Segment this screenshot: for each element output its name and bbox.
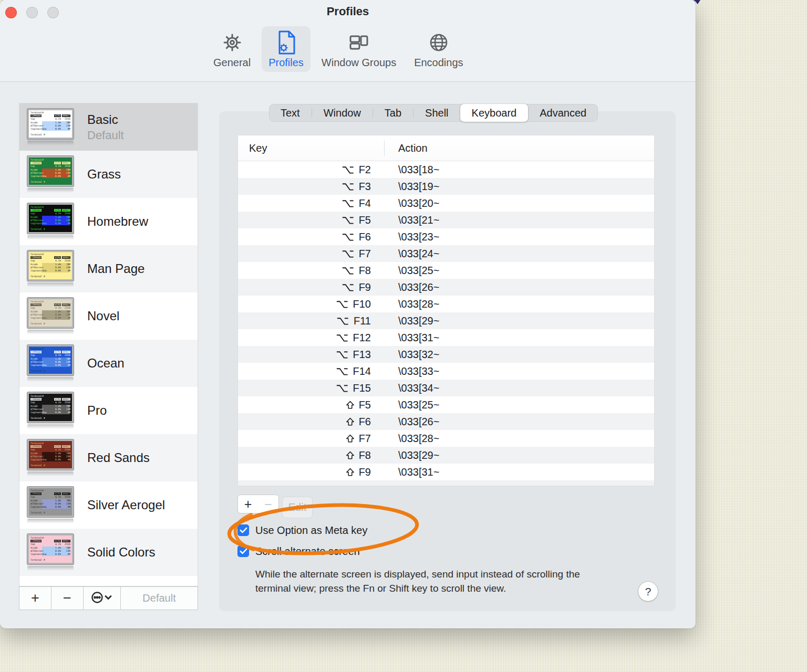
- profile-item-silver-aerogel[interactable]: Terminal#COMMAND%CPURPRVTtop4.1%231KXcod…: [19, 481, 198, 529]
- toolbar-item-general[interactable]: General: [206, 26, 257, 72]
- thumbnail-reflection: [27, 519, 74, 523]
- action-cell: \033[19~: [385, 181, 439, 193]
- keybinding-row[interactable]: F6\033[23~: [238, 228, 654, 245]
- keybinding-row[interactable]: F2\033[18~: [238, 161, 654, 178]
- keybinding-row[interactable]: F7\033[24~: [238, 245, 654, 262]
- action-cell: \033[29~: [385, 315, 439, 327]
- profile-thumbnail: Terminal#COMMAND%CPURPRVTtop4.1%231KXcod…: [27, 345, 74, 382]
- profile-text: Solid Colors: [87, 545, 155, 560]
- key-label: F5: [359, 399, 371, 411]
- profile-thumbnail: Terminal#COMMAND%CPURPRVTtop4.1%231KXcod…: [27, 534, 74, 571]
- key-cell: F2: [238, 164, 385, 176]
- thumbnail-reflection: [27, 424, 74, 429]
- tab-window[interactable]: Window: [312, 104, 373, 122]
- keybinding-row[interactable]: F14\033[33~: [238, 363, 654, 380]
- thumbnail-reflection: [27, 471, 74, 476]
- shift-icon: [346, 401, 355, 410]
- profile-name: Silver Aerogel: [87, 498, 165, 512]
- key-label: F11: [354, 315, 371, 327]
- profile-name: Homebrew: [87, 214, 148, 229]
- profile-item-novel[interactable]: Terminal#COMMAND%CPURPRVTtop4.1%231KXcod…: [19, 292, 198, 340]
- profile-item-solid-colors[interactable]: Terminal#COMMAND%CPURPRVTtop4.1%231KXcod…: [19, 529, 198, 576]
- keybinding-row[interactable]: F8\033[29~: [238, 447, 654, 464]
- key-label: F8: [359, 265, 371, 277]
- profile-name: Novel: [87, 309, 119, 323]
- table-header: Key Action: [238, 135, 654, 161]
- option-icon: [336, 333, 349, 342]
- window-groups-icon: [347, 30, 371, 55]
- key-cell: F9: [238, 466, 385, 478]
- option-icon: [336, 350, 349, 359]
- option-icon: [342, 182, 355, 191]
- keybinding-row[interactable]: F11\033[29~: [238, 312, 654, 329]
- toolbar: Profiles General: [0, 0, 696, 82]
- option-icon: [342, 165, 355, 174]
- keybinding-row[interactable]: F13\033[32~: [238, 346, 654, 363]
- thumbnail-reflection: [27, 330, 74, 334]
- key-cell: F5: [238, 399, 385, 411]
- action-cell: \033[26~: [385, 416, 439, 428]
- profile-item-grass[interactable]: Terminal#COMMAND%CPURPRVTtop4.1%231KXcod…: [19, 151, 198, 198]
- key-cell: F15: [238, 382, 385, 394]
- profile-item-ocean[interactable]: Terminal#COMMAND%CPURPRVTtop4.1%231KXcod…: [19, 340, 198, 387]
- thumbnail-reflection: [27, 188, 74, 193]
- key-label: F6: [359, 416, 371, 428]
- profile-thumbnail: Terminal#COMMAND%CPURPRVTtop4.1%231KXcod…: [27, 298, 74, 334]
- toolbar-item-profiles[interactable]: Profiles: [262, 26, 311, 72]
- key-cell: F8: [238, 265, 385, 277]
- key-label: F9: [359, 281, 371, 293]
- keybinding-row[interactable]: F6\033[26~: [238, 413, 654, 430]
- key-cell: F11: [238, 315, 385, 327]
- keybinding-row[interactable]: F10\033[28~: [238, 296, 654, 312]
- edit-binding-button[interactable]: Edit: [282, 497, 313, 518]
- profile-item-pro[interactable]: Terminal#COMMAND%CPURPRVTtop4.1%231KXcod…: [19, 387, 198, 434]
- tab-tab[interactable]: Tab: [373, 104, 413, 122]
- remove-binding-button[interactable]: −: [258, 495, 279, 513]
- tab-keyboard[interactable]: Keyboard: [460, 104, 529, 122]
- action-cell: \033[28~: [385, 433, 439, 445]
- keybinding-row[interactable]: F8\033[25~: [238, 262, 654, 279]
- keybinding-row[interactable]: F7\033[28~: [238, 430, 654, 447]
- keybinding-row[interactable]: F5\033[25~: [238, 396, 654, 413]
- more-options-button[interactable]: [84, 587, 121, 610]
- keybinding-row[interactable]: F12\033[31~: [238, 329, 654, 346]
- action-cell: \033[23~: [385, 231, 439, 243]
- default-button[interactable]: Default: [121, 587, 198, 610]
- action-cell: \033[18~: [385, 164, 439, 176]
- scroll-alternate-screen-checkbox[interactable]: Scroll alternate screen: [237, 544, 360, 558]
- profile-item-basic[interactable]: Terminal#COMMAND%CPURPRVTtop4.1%231KXcod…: [19, 103, 198, 151]
- profile-item-homebrew[interactable]: Terminal#COMMAND%CPURPRVTtop4.1%231KXcod…: [19, 198, 198, 245]
- toolbar-item-encodings[interactable]: Encodings: [407, 26, 470, 72]
- profile-text: Ocean: [87, 356, 125, 371]
- key-label: F8: [359, 449, 371, 461]
- remove-profile-button[interactable]: −: [51, 587, 84, 610]
- checkbox-label: Use Option as Meta key: [255, 524, 367, 537]
- keybinding-row[interactable]: F4\033[20~: [238, 195, 654, 212]
- key-label: F5: [359, 214, 371, 226]
- help-button[interactable]: ?: [638, 582, 658, 601]
- add-binding-button[interactable]: +: [237, 495, 258, 513]
- key-label: F12: [353, 332, 371, 344]
- keybinding-row[interactable]: F15\033[34~: [238, 380, 654, 396]
- keybinding-row[interactable]: F5\033[21~: [238, 212, 654, 228]
- add-profile-button[interactable]: +: [19, 587, 51, 610]
- profile-item-red-sands[interactable]: Terminal#COMMAND%CPURPRVTtop4.1%231KXcod…: [19, 434, 198, 481]
- key-label: F2: [359, 164, 371, 176]
- action-cell: \033[34~: [385, 382, 439, 394]
- profiles-list: Terminal#COMMAND%CPURPRVTtop4.1%231KXcod…: [19, 103, 198, 586]
- profile-item-man-page[interactable]: Terminal#COMMAND%CPURPRVTtop4.1%231KXcod…: [19, 245, 198, 292]
- tab-text[interactable]: Text: [269, 104, 312, 122]
- globe-icon: [427, 30, 451, 55]
- thumbnail-reflection: [27, 235, 74, 240]
- profile-text: BasicDefault: [87, 112, 124, 142]
- keybinding-row[interactable]: F9\033[26~: [238, 279, 654, 296]
- keybinding-row[interactable]: F3\033[19~: [238, 178, 654, 195]
- tab-advanced[interactable]: Advanced: [528, 104, 598, 122]
- key-cell: F4: [238, 197, 385, 209]
- use-option-as-meta-checkbox[interactable]: Use Option as Meta key: [237, 523, 367, 537]
- tab-shell[interactable]: Shell: [413, 104, 460, 122]
- profile-document-icon: [275, 30, 297, 55]
- keybinding-row[interactable]: F9\033[31~: [238, 464, 654, 480]
- toolbar-item-window-groups[interactable]: Window Groups: [315, 26, 403, 72]
- option-icon: [342, 233, 355, 242]
